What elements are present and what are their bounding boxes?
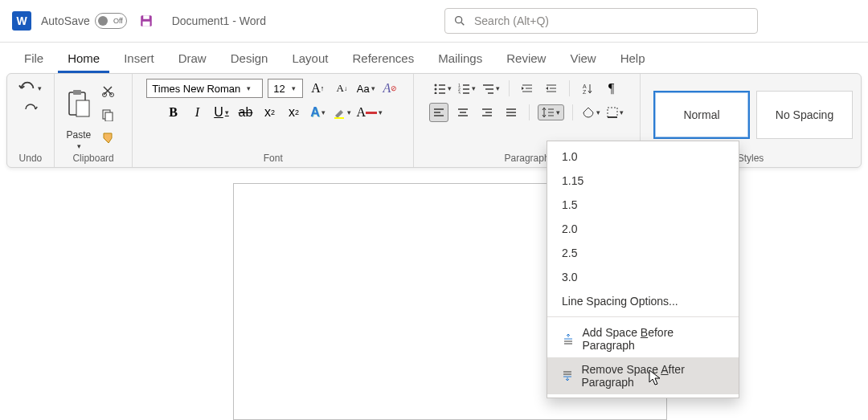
spacing-option-3.0[interactable]: 3.0 xyxy=(547,265,739,289)
tab-draw[interactable]: Draw xyxy=(169,45,216,73)
cut-button[interactable] xyxy=(98,81,117,100)
title-bar: W AutoSave Off Document1 - Word Search (… xyxy=(0,0,868,43)
show-marks-button[interactable]: ¶ xyxy=(602,79,621,98)
paste-button[interactable] xyxy=(63,80,95,128)
tab-file[interactable]: File xyxy=(14,45,53,73)
font-color-button[interactable]: A▾ xyxy=(357,103,383,122)
redo-button[interactable] xyxy=(21,100,40,119)
spacing-option-2.0[interactable]: 2.0 xyxy=(547,217,739,241)
spacing-option-2.5[interactable]: 2.5 xyxy=(547,241,739,265)
justify-button[interactable] xyxy=(502,103,521,122)
align-right-button[interactable] xyxy=(477,103,497,122)
copy-button[interactable] xyxy=(98,105,117,124)
sort-button[interactable]: AZ xyxy=(578,79,597,98)
line-spacing-menu: 1.0 1.15 1.5 2.0 2.5 3.0 Line Spacing Op… xyxy=(547,141,739,398)
bullets-button[interactable]: ▾ xyxy=(433,79,452,98)
increase-font-button[interactable]: A↑ xyxy=(308,79,327,98)
font-size-combo[interactable]: 12▾ xyxy=(268,79,303,98)
word-app-icon: W xyxy=(12,11,31,31)
increase-indent-button[interactable] xyxy=(542,79,561,98)
svg-point-17 xyxy=(435,92,437,95)
tab-view[interactable]: View xyxy=(560,45,605,73)
format-painter-button[interactable] xyxy=(98,129,117,149)
svg-text:3: 3 xyxy=(458,91,461,94)
add-space-before[interactable]: Add Space Before Paragraph xyxy=(547,320,739,357)
numbering-button[interactable]: 123▾ xyxy=(457,79,477,98)
tab-home[interactable]: Home xyxy=(58,45,109,73)
autosave-label: AutoSave xyxy=(41,14,90,27)
bold-button[interactable]: B xyxy=(164,103,183,122)
undo-button[interactable]: ▾ xyxy=(18,79,42,98)
document-title: Document1 - Word xyxy=(172,14,266,27)
svg-point-3 xyxy=(456,17,462,23)
clipboard-group-label: Clipboard xyxy=(63,151,125,164)
borders-button[interactable]: ▾ xyxy=(605,103,624,122)
remove-space-after[interactable]: Remove Space After Paragraph xyxy=(547,357,739,394)
svg-point-13 xyxy=(435,84,437,87)
subscript-button[interactable]: x2 xyxy=(260,103,280,122)
line-spacing-button[interactable]: ▾ xyxy=(538,104,564,120)
line-spacing-options[interactable]: Line Spacing Options... xyxy=(547,289,739,313)
svg-rect-12 xyxy=(334,117,344,119)
svg-text:Z: Z xyxy=(583,89,587,94)
tab-layout[interactable]: Layout xyxy=(282,45,338,73)
italic-button[interactable]: I xyxy=(188,103,207,122)
text-effects-button[interactable]: A▾ xyxy=(309,103,328,122)
decrease-indent-button[interactable] xyxy=(518,79,537,98)
svg-rect-11 xyxy=(105,112,113,121)
svg-rect-6 xyxy=(73,90,81,95)
tab-mailings[interactable]: Mailings xyxy=(428,45,492,73)
tab-references[interactable]: References xyxy=(342,45,424,73)
strikethrough-button[interactable]: ab xyxy=(236,103,256,122)
font-family-combo[interactable]: Times New Roman▾ xyxy=(146,79,263,98)
shading-button[interactable]: ▾ xyxy=(581,103,600,122)
autosave-toggle[interactable]: Off xyxy=(95,13,127,29)
save-button[interactable] xyxy=(137,11,156,31)
svg-rect-7 xyxy=(76,100,89,116)
style-normal[interactable]: Normal xyxy=(653,91,750,139)
underline-button[interactable]: U▾ xyxy=(212,103,231,122)
svg-line-4 xyxy=(461,22,464,25)
search-input[interactable]: Search (Alt+Q) xyxy=(444,8,758,34)
remove-space-after-icon xyxy=(562,369,573,382)
font-group-label: Font xyxy=(141,151,405,164)
svg-rect-1 xyxy=(143,15,149,19)
tab-review[interactable]: Review xyxy=(497,45,555,73)
tab-design[interactable]: Design xyxy=(221,45,278,73)
ribbon-tabs: File Home Insert Draw Design Layout Refe… xyxy=(0,43,868,73)
mouse-cursor-icon xyxy=(649,369,663,387)
align-left-button[interactable] xyxy=(429,103,448,122)
spacing-option-1.15[interactable]: 1.15 xyxy=(547,169,739,193)
style-no-spacing[interactable]: No Spacing xyxy=(756,91,853,139)
align-center-button[interactable] xyxy=(453,103,473,122)
svg-rect-51 xyxy=(608,108,617,117)
tab-insert[interactable]: Insert xyxy=(114,45,164,73)
svg-text:A: A xyxy=(583,84,587,89)
clear-formatting-button[interactable]: A⊘ xyxy=(380,79,399,98)
multilevel-list-button[interactable]: ▾ xyxy=(481,79,501,98)
search-icon xyxy=(453,14,466,27)
svg-point-15 xyxy=(435,88,437,91)
undo-group-label: Undo xyxy=(15,151,46,164)
spacing-option-1.0[interactable]: 1.0 xyxy=(547,145,739,169)
svg-rect-2 xyxy=(142,22,149,27)
spacing-option-1.5[interactable]: 1.5 xyxy=(547,193,739,217)
highlight-button[interactable]: ▾ xyxy=(333,103,352,122)
decrease-font-button[interactable]: A↓ xyxy=(332,79,351,98)
add-space-before-icon xyxy=(562,332,574,345)
change-case-button[interactable]: Aa▾ xyxy=(356,79,375,98)
tab-help[interactable]: Help xyxy=(611,45,655,73)
superscript-button[interactable]: x2 xyxy=(285,103,304,122)
